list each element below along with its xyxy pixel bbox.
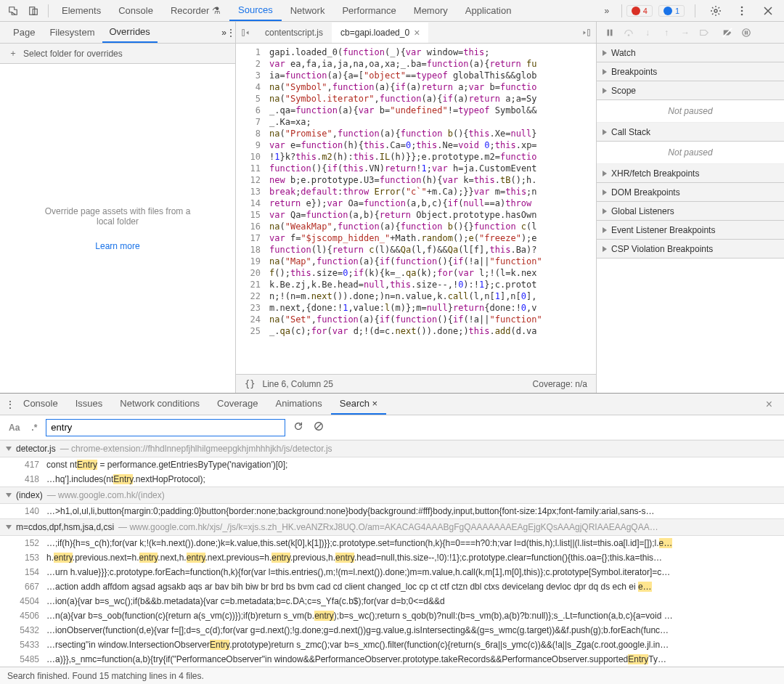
result-line[interactable]: 417const ntEntry = performance.getEntrie…	[0, 457, 784, 472]
tab-sources[interactable]: Sources	[229, 0, 282, 21]
tab-console[interactable]: Console	[110, 1, 162, 20]
pause-icon[interactable]	[603, 25, 617, 40]
overrides-add-label: Select folder for overrides	[23, 49, 123, 59]
result-line[interactable]: 140…>h1,ol,ul,li,button{margin:0;padding…	[0, 504, 784, 518]
drawer-kebab-icon[interactable]: ⋮	[6, 399, 15, 410]
svg-rect-7	[588, 29, 590, 36]
result-line[interactable]: 4504…ion(a){var b=s_wc();if(b&&b.metadat…	[0, 594, 784, 608]
tab-performance[interactable]: Performance	[333, 1, 404, 20]
settings-icon[interactable]	[707, 2, 724, 20]
match-case-toggle[interactable]: Aa	[6, 421, 23, 434]
chevron-right-icon	[603, 88, 607, 94]
code-content[interactable]: gapi.loaded_0(function(_){var window=thi…	[265, 44, 596, 374]
svg-rect-0	[30, 7, 35, 15]
result-line[interactable]: 152…;if(h){h=s_c(h);for(var k;!(k=h.next…	[0, 536, 784, 550]
pane-watch[interactable]: Watch	[597, 44, 784, 62]
result-file-header[interactable]: m=cdos,dpf,hsm,jsa,d,csi — www.google.co…	[0, 518, 784, 536]
clear-icon[interactable]	[311, 421, 326, 433]
step-out-icon[interactable]: ↑	[659, 25, 674, 40]
pane-event-listener-breakpoints[interactable]: Event Listener Breakpoints	[597, 221, 784, 240]
info-count: 1	[675, 7, 679, 15]
svg-point-4	[741, 9, 743, 12]
pause-circle-icon[interactable]	[739, 25, 754, 40]
tab-application[interactable]: Application	[457, 1, 520, 20]
deactivate-bp-icon[interactable]	[697, 25, 711, 40]
pane-global-listeners[interactable]: Global Listeners	[597, 202, 784, 221]
result-line[interactable]: 153h.entry.previous.next=h.entry.next,h.…	[0, 550, 784, 565]
more-tabs-icon[interactable]: »	[598, 2, 616, 20]
result-text: …urn h.value}}};c.prototype.forEach=func…	[46, 567, 778, 577]
result-lineno: 154	[12, 567, 39, 577]
step-icon[interactable]: →	[678, 25, 693, 40]
result-file-name: m=cdos,dpf,hsm,jsa,d,csi	[16, 522, 114, 532]
result-file-header[interactable]: (index) — www.google.com.hk/(index)	[0, 486, 784, 504]
pane-call-stack[interactable]: Call Stack	[597, 123, 784, 142]
code-status-bar: {} Line 6, Column 25 Coverage: n/a	[236, 374, 596, 393]
file-tab[interactable]: cb=gapi.loaded_0×	[332, 23, 428, 43]
file-nav-fwd-icon[interactable]	[576, 28, 596, 38]
pane-label: Breakpoints	[611, 67, 657, 77]
chevron-right-icon	[603, 69, 607, 75]
tab-network[interactable]: Network	[282, 1, 334, 20]
pane-breakpoints[interactable]: Breakpoints	[597, 62, 784, 81]
sources-main: ＋ Select folder for overrides Override p…	[0, 44, 784, 393]
file-tab[interactable]: contentscript.js	[256, 23, 332, 43]
pane-label: Watch	[611, 48, 636, 58]
tab-elements[interactable]: Elements	[53, 1, 110, 20]
learn-more-link[interactable]: Learn more	[95, 241, 139, 251]
drawer-tab-coverage[interactable]: Coverage	[208, 394, 266, 415]
drawer-close-icon[interactable]: ×	[760, 398, 778, 411]
tab-recorder[interactable]: Recorder ⚗	[162, 1, 229, 20]
navigator-kebab-icon[interactable]: ⋮	[226, 28, 235, 38]
result-line[interactable]: 5485…a)}},s_nmc=function(a,b){try{if("Pe…	[0, 652, 784, 667]
no-pause-exception-icon[interactable]	[720, 25, 735, 40]
pane-label: Global Listeners	[611, 206, 674, 216]
refresh-icon[interactable]	[291, 421, 306, 433]
navtab-filesystem[interactable]: Filesystem	[42, 23, 102, 42]
result-file-path: — www.google.com.hk/xjs/_/js/k=xjs.s.zh_…	[118, 522, 658, 532]
drawer-tab-search[interactable]: Search ×	[331, 394, 386, 415]
tab-memory[interactable]: Memory	[405, 1, 457, 20]
navigator-more-icon[interactable]: »	[221, 28, 226, 38]
result-line[interactable]: 154…urn h.value}}};c.prototype.forEach=f…	[0, 565, 784, 579]
pretty-print-icon[interactable]: {}	[245, 379, 255, 389]
search-input[interactable]	[46, 419, 285, 436]
inspect-element-icon[interactable]	[4, 2, 22, 20]
result-line[interactable]: 418…hq'].includes(ntEntry.nextHopProtoco…	[0, 472, 784, 486]
error-badge[interactable]: 4	[626, 5, 653, 17]
chevron-right-icon	[603, 50, 607, 56]
drawer-tab-console[interactable]: Console	[15, 394, 67, 415]
result-text: …>h1,ol,ul,li,button{margin:0;padding:0}…	[46, 506, 778, 516]
file-tab-close-icon[interactable]: ×	[414, 27, 420, 38]
recorder-beta-icon: ⚗	[209, 5, 221, 16]
kebab-menu-icon[interactable]	[733, 2, 751, 20]
result-line[interactable]: 5433…rsecting"in window.IntersectionObse…	[0, 638, 784, 652]
file-nav-back-icon[interactable]	[236, 28, 256, 38]
device-toggle-icon[interactable]	[25, 2, 42, 20]
result-line[interactable]: 4506…n(a){var b=s_oob(function(c){return…	[0, 608, 784, 623]
step-over-icon[interactable]	[621, 25, 636, 40]
issues-badge[interactable]: 1	[658, 5, 685, 17]
result-line[interactable]: 5432…ionObserver(function(d,e){var f=[];…	[0, 623, 784, 638]
chevron-down-icon	[6, 525, 12, 529]
drawer-tab-issues[interactable]: Issues	[67, 394, 112, 415]
step-into-icon[interactable]: ↓	[640, 25, 655, 40]
pane-scope[interactable]: Scope	[597, 81, 784, 100]
pane-csp-violation-breakpoints[interactable]: CSP Violation Breakpoints	[597, 240, 784, 258]
drawer-tab-close-icon[interactable]: ×	[369, 398, 377, 409]
close-devtools-icon[interactable]	[759, 2, 777, 20]
result-line[interactable]: 667…action addh affdom agsad agsakb aqs …	[0, 579, 784, 594]
overrides-add-bar[interactable]: ＋ Select folder for overrides	[0, 44, 235, 64]
regex-toggle[interactable]: .*	[28, 421, 40, 434]
navtab-page[interactable]: Page	[6, 23, 42, 42]
drawer-tab-animations[interactable]: Animations	[266, 394, 330, 415]
drawer-tab-network-conditions[interactable]: Network conditions	[111, 394, 208, 415]
debugger-controls: ↓ ↑ →	[597, 22, 784, 43]
pane-xhr-fetch-breakpoints[interactable]: XHR/fetch Breakpoints	[597, 164, 784, 183]
file-tab-label: cb=gapi.loaded_0	[340, 28, 409, 38]
pane-dom-breakpoints[interactable]: DOM Breakpoints	[597, 183, 784, 202]
result-text: h.entry.previous.next=h.entry.next,h.ent…	[46, 553, 778, 563]
not-paused-msg: Not paused	[597, 100, 784, 123]
result-file-header[interactable]: detector.js — chrome-extension://fhhdlnn…	[0, 440, 784, 457]
navtab-overrides[interactable]: Overrides	[102, 22, 158, 43]
